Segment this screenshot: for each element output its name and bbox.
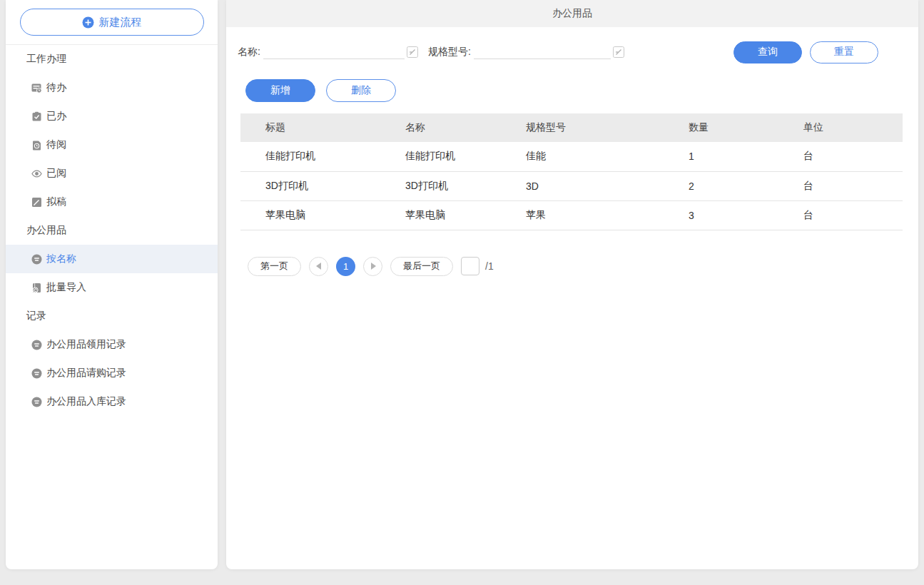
sidebar-item-supply-receive-records[interactable]: 办公用品领用记录 <box>6 330 218 359</box>
table-cell: 佳能 <box>526 142 689 171</box>
table-cell: 1 <box>689 142 803 171</box>
sidebar-item-supply-purchase-records[interactable]: 办公用品请购记录 <box>6 359 218 387</box>
page-total-label: /1 <box>485 260 494 272</box>
main-panel: 办公用品 名称: 规格型号: 查询 重置 新增 删除 标题名称规格型号数量单位 … <box>226 0 918 569</box>
sidebar-item-pending-read[interactable]: 待阅 <box>6 131 218 159</box>
sidebar-section-label: 工作办理 <box>6 45 218 73</box>
sidebar-item-read[interactable]: 已阅 <box>6 159 218 188</box>
first-page-button[interactable]: 第一页 <box>248 257 301 276</box>
table-cell: 佳能打印机 <box>405 142 526 171</box>
new-process-button[interactable]: 新建流程 <box>20 9 204 36</box>
table-header-row: 标题名称规格型号数量单位 <box>240 113 903 142</box>
draft-icon <box>31 197 42 208</box>
pagination: 第一页 1 最后一页 /1 <box>248 257 918 276</box>
read-icon <box>31 168 42 179</box>
table-cell: 3D打印机 <box>240 171 405 200</box>
current-page-indicator[interactable]: 1 <box>336 257 355 276</box>
table-body: 佳能打印机佳能打印机佳能1台3D打印机3D打印机3D2台苹果电脑苹果电脑苹果3台 <box>240 142 903 230</box>
circle-list-icon <box>31 368 42 379</box>
table-cell: 苹果电脑 <box>240 200 405 230</box>
query-button[interactable]: 查询 <box>733 41 802 63</box>
sidebar-item-by-name[interactable]: 按名称 <box>6 245 218 273</box>
table-cell: 苹果 <box>526 200 689 230</box>
spec-input-edit-icon[interactable] <box>613 46 624 58</box>
column-header: 单位 <box>803 113 903 142</box>
table-row[interactable]: 3D打印机3D打印机3D2台 <box>240 171 903 200</box>
sidebar-section-label: 办公用品 <box>6 216 218 245</box>
name-input-edit-icon[interactable] <box>407 46 418 58</box>
sidebar-item-batch-import[interactable]: 批量导入 <box>6 273 218 302</box>
sidebar-item-label: 已阅 <box>46 167 66 180</box>
new-process-label: 新建流程 <box>99 16 142 29</box>
column-header: 规格型号 <box>526 113 689 142</box>
sidebar-item-label: 办公用品请购记录 <box>46 367 126 380</box>
table-cell: 3D <box>526 171 689 200</box>
sidebar-sections: 工作办理待办已办待阅已阅拟稿办公用品按名称批量导入记录办公用品领用记录办公用品请… <box>6 45 218 416</box>
pending-read-icon <box>31 140 42 151</box>
sidebar: 新建流程 工作办理待办已办待阅已阅拟稿办公用品按名称批量导入记录办公用品领用记录… <box>6 0 218 569</box>
page-header: 办公用品 <box>226 0 918 27</box>
done-icon <box>31 111 42 122</box>
sidebar-item-label: 批量导入 <box>46 281 86 294</box>
sidebar-item-supply-inbound-records[interactable]: 办公用品入库记录 <box>6 387 218 416</box>
delete-button[interactable]: 删除 <box>326 79 396 102</box>
last-page-button[interactable]: 最后一页 <box>390 257 453 276</box>
plus-circle-icon <box>82 16 94 29</box>
spec-filter-input[interactable] <box>474 45 611 59</box>
arrow-left-icon <box>315 262 323 270</box>
page-number-input[interactable] <box>461 257 479 275</box>
sidebar-item-label: 已办 <box>46 110 66 123</box>
prev-page-button[interactable] <box>309 257 328 276</box>
next-page-button[interactable] <box>363 257 382 276</box>
table-row[interactable]: 佳能打印机佳能打印机佳能1台 <box>240 142 903 171</box>
table-cell: 3D打印机 <box>405 171 526 200</box>
circle-list-icon <box>31 254 42 265</box>
page-title: 办公用品 <box>552 7 592 20</box>
name-filter-input[interactable] <box>263 45 405 59</box>
table-cell: 台 <box>803 142 903 171</box>
column-header: 名称 <box>405 113 526 142</box>
sidebar-item-label: 待办 <box>46 81 66 94</box>
todo-icon <box>31 83 42 93</box>
sidebar-section-label: 记录 <box>6 302 218 330</box>
table-cell: 佳能打印机 <box>240 142 405 171</box>
column-header: 标题 <box>240 113 405 142</box>
spec-filter-label: 规格型号: <box>428 46 471 58</box>
table-cell: 台 <box>803 171 903 200</box>
name-filter-label: 名称: <box>238 46 260 58</box>
circle-list-icon <box>31 397 42 407</box>
sidebar-item-done[interactable]: 已办 <box>6 102 218 131</box>
arrow-right-icon <box>370 262 377 270</box>
supplies-table: 标题名称规格型号数量单位 佳能打印机佳能打印机佳能1台3D打印机3D打印机3D2… <box>240 113 903 230</box>
table-cell: 2 <box>689 171 803 200</box>
reset-button[interactable]: 重置 <box>810 41 878 63</box>
column-header: 数量 <box>689 113 803 142</box>
table-toolbar: 新增 删除 <box>245 79 918 102</box>
table-cell: 3 <box>689 200 803 230</box>
sidebar-item-label: 待阅 <box>46 138 66 151</box>
sidebar-item-label: 办公用品领用记录 <box>46 338 126 351</box>
supplies-table-wrap: 标题名称规格型号数量单位 佳能打印机佳能打印机佳能1台3D打印机3D打印机3D2… <box>240 113 903 230</box>
table-cell: 苹果电脑 <box>405 200 526 230</box>
sidebar-item-todo[interactable]: 待办 <box>6 73 218 102</box>
table-cell: 台 <box>803 200 903 230</box>
sidebar-item-label: 办公用品入库记录 <box>46 395 126 408</box>
table-row[interactable]: 苹果电脑苹果电脑苹果3台 <box>240 200 903 230</box>
add-button[interactable]: 新增 <box>245 79 315 102</box>
circle-list-icon <box>31 340 42 350</box>
sidebar-item-label: 按名称 <box>46 253 76 265</box>
filter-row: 名称: 规格型号: 查询 重置 <box>238 41 878 63</box>
sidebar-item-label: 拟稿 <box>46 195 66 208</box>
import-icon <box>31 283 42 293</box>
sidebar-item-draft[interactable]: 拟稿 <box>6 188 218 216</box>
